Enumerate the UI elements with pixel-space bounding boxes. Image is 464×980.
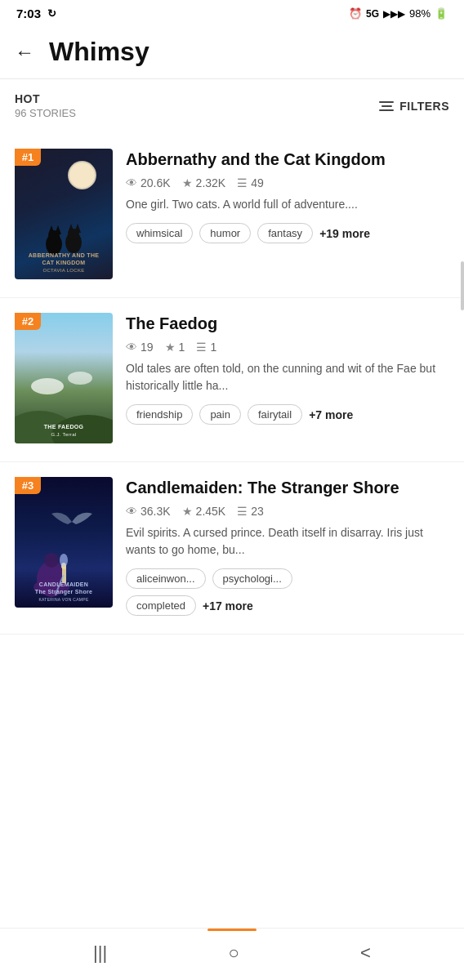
filter-left: HOT 96 STORIES [15, 92, 76, 119]
page-title: Whimsy [49, 37, 149, 67]
chapters-icon: ☰ [196, 341, 207, 354]
chapters-icon: ☰ [237, 505, 248, 518]
story-description: Evil spirits. A cursed prince. Death its… [126, 524, 449, 559]
chapters-stat: ☰ 23 [237, 505, 264, 518]
eye-icon: 👁 [126, 505, 137, 518]
battery-icon: 🔋 [435, 7, 448, 20]
views-count: 20.6K [141, 176, 171, 189]
svg-point-17 [60, 554, 68, 567]
stars-stat: ★ 2.45K [182, 505, 226, 518]
filter-bar: HOT 96 STORIES FILTERS [0, 79, 464, 127]
status-right: ⏰ 5G ▶▶▶ 98% 🔋 [349, 7, 448, 20]
status-bar: 7:03 ↻ ⏰ 5G ▶▶▶ 98% 🔋 [0, 0, 464, 25]
views-stat: 👁 20.6K [126, 176, 171, 189]
views-count: 19 [141, 341, 154, 354]
cover-text: CANDLEMAIDENThe Stranger ShoreKATERINA V… [15, 581, 113, 603]
story-stats: 👁 20.6K ★ 2.32K ☰ 49 [126, 176, 449, 189]
story-description: One girl. Two cats. A world full of adve… [126, 196, 449, 213]
time: 7:03 [16, 7, 41, 20]
tag[interactable]: psychologi... [212, 568, 292, 589]
chapters-icon: ☰ [237, 176, 248, 189]
rank-badge: #2 [15, 313, 41, 330]
cover-text: ABBERNATHY AND THECAT KINGDOMOCTAVIA LOC… [15, 252, 113, 274]
tag[interactable]: fairytail [248, 404, 302, 425]
chapters-count: 1 [210, 341, 216, 354]
hot-label: HOT [15, 92, 76, 105]
filters-label: FILTERS [399, 100, 449, 113]
stars-count: 2.45K [196, 505, 226, 518]
views-stat: 👁 19 [126, 341, 154, 354]
filters-button[interactable]: FILTERS [379, 100, 449, 113]
story-title: The Faedog [126, 313, 449, 334]
svg-point-7 [68, 229, 79, 240]
story-info: The Faedog 👁 19 ★ 1 ☰ 1 Old tales are of… [126, 313, 449, 443]
book-cover: CANDLEMAIDENThe Stranger ShoreKATERINA V… [15, 477, 113, 608]
bottom-nav: ||| ○ < [0, 931, 464, 980]
tag[interactable]: whimsical [126, 223, 193, 243]
stars-stat: ★ 2.32K [182, 176, 226, 189]
bottom-bar: ||| ○ < [0, 928, 464, 980]
rank-badge: #3 [15, 477, 41, 494]
stars-stat: ★ 1 [165, 341, 185, 354]
alarm-icon: ⏰ [349, 7, 362, 20]
star-icon: ★ [182, 176, 193, 189]
story-info: Candlemaiden: The Stranger Shore 👁 36.3K… [126, 477, 449, 616]
tags-row2: completed +17 more [126, 595, 449, 616]
tag[interactable]: humor [199, 223, 251, 243]
stars-count: 1 [179, 341, 185, 354]
tag[interactable]: pain [199, 404, 241, 425]
eye-icon: 👁 [126, 176, 137, 189]
signal-icon: ▶▶▶ [383, 8, 405, 20]
story-title: Abbernathy and the Cat Kingdom [126, 149, 449, 170]
chapters-stat: ☰ 1 [196, 341, 216, 354]
chapters-stat: ☰ 49 [237, 176, 264, 189]
back-nav-button[interactable]: < [360, 942, 371, 964]
chapters-count: 49 [251, 176, 264, 189]
cover-container: #1 [15, 149, 113, 279]
more-tags[interactable]: +19 more [319, 227, 370, 240]
back-button[interactable]: ← [15, 41, 34, 64]
more-tags[interactable]: +17 more [203, 599, 253, 612]
tags-container: aliceinwon... psychologi... [126, 568, 449, 589]
story-stats: 👁 19 ★ 1 ☰ 1 [126, 341, 449, 354]
story-title: Candlemaiden: The Stranger Shore [126, 477, 449, 498]
story-list: #1 [0, 127, 464, 641]
cover-text: THE FAEDOGG.J. Terral [15, 423, 113, 439]
header: ← Whimsy [0, 25, 464, 79]
svg-point-11 [68, 372, 92, 385]
stars-count: 2.32K [196, 176, 226, 189]
home-button[interactable]: ○ [228, 942, 239, 964]
cover-container: #3 [15, 477, 113, 608]
story-item[interactable]: #2 THE FAEDOGG.J. Terral The Faedog 👁 19 [0, 298, 464, 462]
status-left: 7:03 ↻ [16, 7, 56, 20]
tags-container: whimsical humor fantasy +19 more [126, 223, 449, 243]
more-tags[interactable]: +7 more [309, 408, 353, 421]
svg-point-3 [48, 230, 60, 242]
battery-label: 98% [409, 7, 431, 20]
story-info: Abbernathy and the Cat Kingdom 👁 20.6K ★… [126, 149, 449, 279]
story-item[interactable]: #3 [0, 462, 464, 635]
refresh-icon: ↻ [47, 7, 56, 20]
svg-point-14 [44, 553, 59, 568]
story-description: Old tales are often told, on the cunning… [126, 360, 449, 394]
views-count: 36.3K [141, 505, 171, 518]
menu-button[interactable]: ||| [93, 942, 107, 964]
tag[interactable]: fantasy [257, 223, 313, 243]
views-stat: 👁 36.3K [126, 505, 171, 518]
tag[interactable]: completed [126, 595, 196, 616]
filters-icon [379, 101, 394, 111]
book-cover: THE FAEDOGG.J. Terral [15, 313, 113, 443]
book-cover: ABBERNATHY AND THECAT KINGDOMOCTAVIA LOC… [15, 149, 113, 279]
stories-count: 96 STORIES [15, 107, 76, 119]
scrollbar[interactable] [461, 261, 464, 310]
tags-container: friendship pain fairytail +7 more [126, 404, 449, 425]
star-icon: ★ [165, 341, 176, 354]
eye-icon: 👁 [126, 341, 137, 354]
story-item[interactable]: #1 [0, 134, 464, 298]
cover-container: #2 THE FAEDOGG.J. Terral [15, 313, 113, 443]
tag[interactable]: aliceinwon... [126, 568, 206, 589]
network-label: 5G [366, 8, 379, 20]
star-icon: ★ [182, 505, 193, 518]
tag[interactable]: friendship [126, 404, 193, 425]
story-stats: 👁 36.3K ★ 2.45K ☰ 23 [126, 505, 449, 518]
